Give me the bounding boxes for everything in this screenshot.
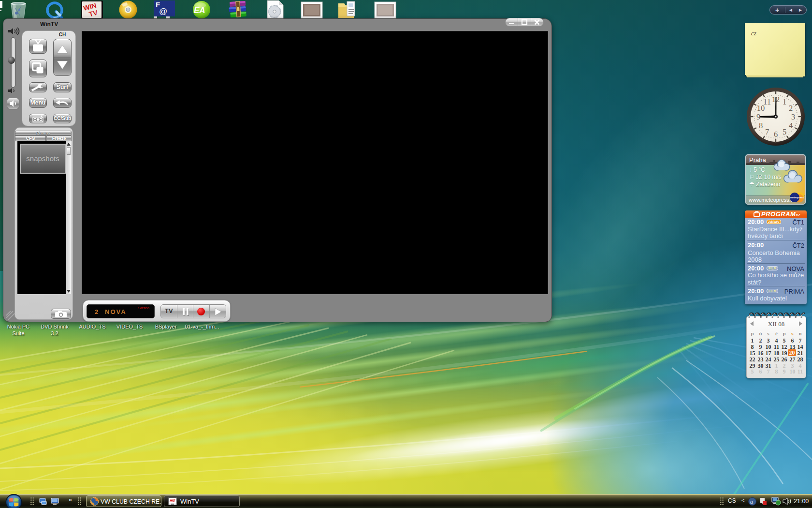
svg-text:6: 6 <box>774 130 778 139</box>
svg-text:9: 9 <box>756 112 760 121</box>
svg-text:8: 8 <box>759 121 763 130</box>
svg-text:meteopress: meteopress <box>790 196 804 199</box>
svg-text:7: 7 <box>765 127 769 136</box>
svg-text:3: 3 <box>791 112 795 121</box>
svg-text:5: 5 <box>783 127 786 136</box>
svg-text:2: 2 <box>789 104 793 113</box>
svg-text:a: a <box>750 498 753 505</box>
svg-text:11: 11 <box>763 97 771 106</box>
svg-text:1: 1 <box>783 97 786 106</box>
svg-text:@: @ <box>159 7 167 16</box>
svg-text:4: 4 <box>789 121 793 130</box>
